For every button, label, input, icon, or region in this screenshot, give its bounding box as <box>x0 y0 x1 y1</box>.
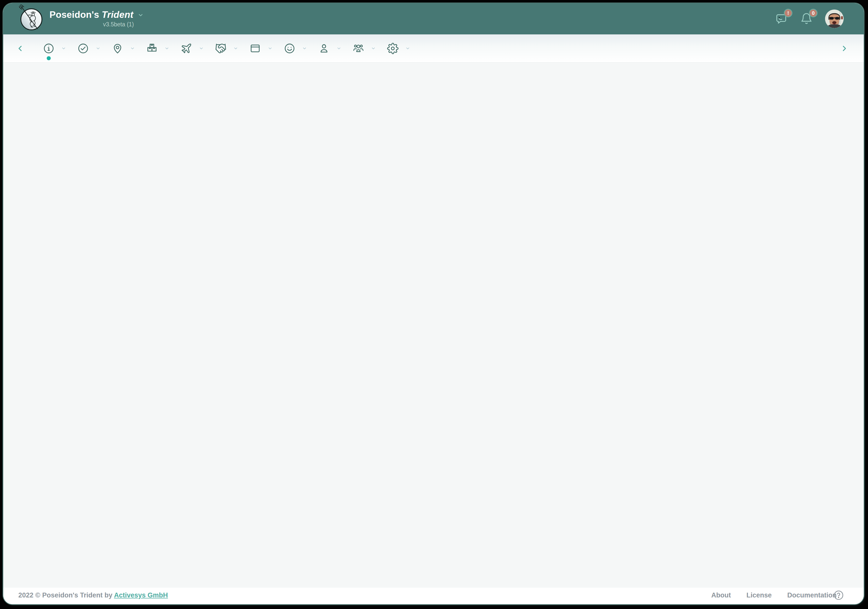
chevron-down-icon[interactable] <box>130 46 135 51</box>
screen: Poseidon's Trident v3.5beta (1) ! <box>0 0 868 609</box>
chevron-down-icon[interactable] <box>336 46 342 51</box>
app-name-edition: Trident <box>102 10 133 20</box>
boxes-icon[interactable] <box>146 43 158 54</box>
toolbar-items <box>43 43 411 54</box>
page-title: Poseidon's Trident <box>50 10 144 20</box>
chevron-down-icon[interactable] <box>233 46 238 51</box>
chevron-left-icon <box>16 45 24 53</box>
gear-icon[interactable] <box>387 43 398 54</box>
plane-icon[interactable] <box>181 43 192 54</box>
chevron-down-icon[interactable] <box>95 46 101 51</box>
notifications-button[interactable]: 0 <box>800 12 813 25</box>
smiley-icon[interactable] <box>284 43 295 54</box>
app-name: Poseidon's <box>50 10 99 20</box>
messages-badge: ! <box>784 9 792 17</box>
toolbar-item-boxes <box>146 43 169 54</box>
toolbar-item-users <box>353 43 376 54</box>
notifications-badge: 0 <box>809 9 817 17</box>
poseidon-logo-icon <box>20 8 43 31</box>
check-circle-icon[interactable] <box>78 43 89 54</box>
toolbar-item-user <box>318 43 342 54</box>
copyright: 2022 © Poseidon's Trident by Activesys G… <box>18 591 168 599</box>
toolbar-scroll-left-button[interactable] <box>16 45 24 53</box>
app-title-block: Poseidon's Trident v3.5beta (1) <box>50 10 144 28</box>
footer-link-about[interactable]: About <box>711 591 731 599</box>
icon-toolbar <box>3 34 864 62</box>
chevron-down-icon[interactable] <box>61 46 66 51</box>
chevron-right-icon <box>840 45 848 53</box>
app-header: Poseidon's Trident v3.5beta (1) ! <box>3 3 864 34</box>
toolbar-item-handshake <box>215 43 238 54</box>
toolbar-item-info-circle <box>43 43 66 54</box>
footer-link-license[interactable]: License <box>746 591 772 599</box>
users-icon[interactable] <box>353 43 364 54</box>
activesys-link[interactable]: Activesys GmbH <box>114 591 168 599</box>
header-actions: ! 0 <box>775 9 844 28</box>
chevron-down-icon[interactable] <box>302 46 307 51</box>
avatar-photo-icon <box>825 9 844 28</box>
circle-question-icon <box>833 590 844 601</box>
map-pin-icon[interactable] <box>112 43 123 54</box>
user-avatar[interactable] <box>825 9 844 28</box>
toolbar-item-smiley <box>284 43 307 54</box>
messages-button[interactable]: ! <box>775 12 788 25</box>
chevron-down-icon[interactable] <box>268 46 273 51</box>
copyright-text: 2022 © Poseidon's Trident by <box>18 591 114 599</box>
toolbar-item-plane <box>181 43 204 54</box>
toolbar-item-gear <box>387 43 411 54</box>
footer-links: AboutLicenseDocumentation <box>711 591 837 599</box>
window-icon[interactable] <box>250 43 261 54</box>
handshake-icon[interactable] <box>215 43 226 54</box>
chevron-down-icon[interactable] <box>371 46 376 51</box>
info-circle-icon[interactable] <box>43 43 54 54</box>
app-menu-chevron-down-icon[interactable] <box>137 12 144 19</box>
toolbar-scroll-right-button[interactable] <box>840 45 848 53</box>
active-indicator <box>47 56 51 60</box>
chevron-down-icon[interactable] <box>199 46 204 51</box>
footer-link-documentation[interactable]: Documentation <box>787 591 837 599</box>
main-content-empty <box>3 62 864 588</box>
chevron-down-icon[interactable] <box>405 46 411 51</box>
user-icon[interactable] <box>318 43 330 54</box>
help-button[interactable] <box>833 590 844 601</box>
toolbar-item-window <box>250 43 273 54</box>
toolbar-item-map-pin <box>112 43 135 54</box>
app-footer: 2022 © Poseidon's Trident by Activesys G… <box>3 588 864 604</box>
app-version: v3.5beta (1) <box>103 21 134 28</box>
chevron-down-icon[interactable] <box>164 46 169 51</box>
toolbar-item-check-circle <box>78 43 101 54</box>
app-window: Poseidon's Trident v3.5beta (1) ! <box>3 3 865 605</box>
